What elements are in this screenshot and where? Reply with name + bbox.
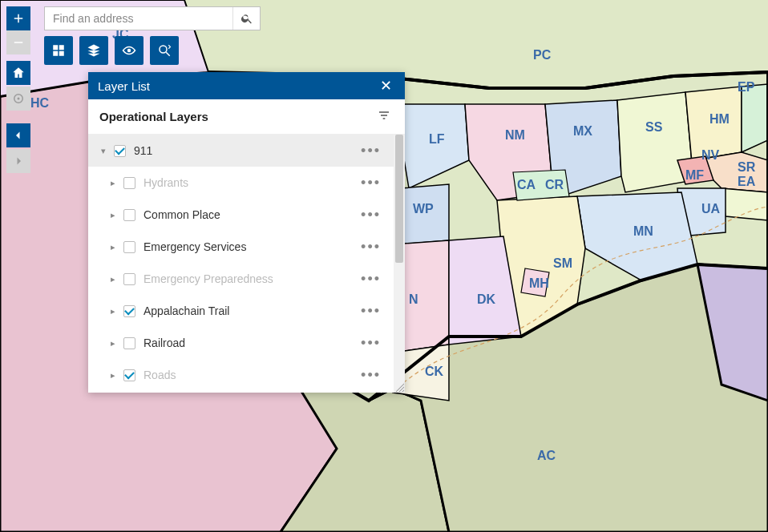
layer-visibility-checkbox[interactable] <box>114 145 126 157</box>
layer-label: 911 <box>134 144 358 157</box>
scrollbar-track[interactable] <box>394 135 405 393</box>
expand-caret-icon[interactable]: ▸ <box>107 338 119 349</box>
layer-scroll: ▾911•••▸Hydrants•••▸Common Place•••▸Emer… <box>88 135 405 393</box>
query-button[interactable] <box>150 36 179 65</box>
layer-visibility-checkbox[interactable] <box>123 305 135 317</box>
basemap-gallery-button[interactable] <box>44 36 73 65</box>
layer-visibility-checkbox[interactable] <box>123 241 135 253</box>
layer-actions-button[interactable]: ••• <box>358 143 384 159</box>
layer-actions-button[interactable]: ••• <box>358 335 384 352</box>
layer-list-button[interactable] <box>79 36 108 65</box>
layer-visibility-checkbox[interactable] <box>123 209 135 221</box>
next-extent-button[interactable] <box>6 149 30 173</box>
expand-caret-icon[interactable]: ▸ <box>107 370 119 381</box>
previous-extent-button[interactable] <box>6 123 30 147</box>
layer-visibility-checkbox[interactable] <box>123 337 135 349</box>
layer-label: Common Place <box>143 208 358 221</box>
tool-row <box>44 36 179 65</box>
layer-label: Appalachain Trail <box>143 304 358 317</box>
layer-visibility-checkbox[interactable] <box>123 369 135 381</box>
layer-options-button[interactable] <box>374 106 394 127</box>
expand-caret-icon[interactable]: ▸ <box>107 178 119 188</box>
expand-caret-icon[interactable]: ▸ <box>107 210 119 220</box>
layer-item-row[interactable]: ▸Emergency Preparedness••• <box>88 263 394 295</box>
layer-item-row[interactable]: ▸Railroad••• <box>88 327 394 359</box>
measure-button[interactable] <box>115 36 143 65</box>
layer-actions-button[interactable]: ••• <box>358 175 384 191</box>
layer-actions-button[interactable]: ••• <box>358 207 384 224</box>
panel-resize-handle[interactable] <box>394 381 405 393</box>
panel-header[interactable]: Layer List ✕ <box>88 72 405 99</box>
collapse-caret-icon[interactable]: ▾ <box>98 146 109 156</box>
layer-actions-button[interactable]: ••• <box>358 239 384 256</box>
layer-group-row[interactable]: ▾911••• <box>88 135 394 167</box>
search-input[interactable] <box>45 7 232 30</box>
search-submit-button[interactable] <box>232 7 260 30</box>
svg-point-2 <box>127 49 131 53</box>
panel-title: Layer List <box>98 79 150 93</box>
panel-subtitle: Operational Layers <box>99 110 208 123</box>
zoom-in-button[interactable] <box>6 6 30 30</box>
extent-controls <box>6 123 30 175</box>
layer-label: Roads <box>143 369 358 381</box>
layer-label: Railroad <box>143 337 358 349</box>
home-locate-controls <box>6 61 30 112</box>
zoom-controls <box>6 6 30 54</box>
expand-caret-icon[interactable]: ▸ <box>107 274 119 284</box>
home-button[interactable] <box>6 61 30 85</box>
layer-item-row[interactable]: ▸Roads••• <box>88 359 394 391</box>
layer-list-panel: Layer List ✕ Operational Layers ▾911•••▸… <box>88 72 405 393</box>
layer-item-row[interactable]: ▸Hydrants••• <box>88 167 394 199</box>
layer-actions-button[interactable]: ••• <box>358 367 384 384</box>
locate-button[interactable] <box>6 87 30 111</box>
map-viewport[interactable]: JCHCPCEPLFNMMXSSHMNVSRMFEACACRUAWPMNSMMH… <box>0 0 768 532</box>
layer-actions-button[interactable]: ••• <box>358 303 384 320</box>
svg-point-3 <box>160 46 167 53</box>
scrollbar-thumb[interactable] <box>395 135 403 263</box>
layer-label: Hydrants <box>143 176 358 189</box>
layer-visibility-checkbox[interactable] <box>123 273 135 285</box>
expand-caret-icon[interactable]: ▸ <box>107 306 119 316</box>
layer-actions-button[interactable]: ••• <box>358 271 384 288</box>
panel-close-button[interactable]: ✕ <box>377 77 395 95</box>
layer-item-row[interactable]: ▸Emergency Services••• <box>88 231 394 263</box>
svg-point-1 <box>18 98 20 100</box>
layer-item-row[interactable]: ▸Common Place••• <box>88 199 394 231</box>
panel-subheader: Operational Layers <box>88 99 405 135</box>
layer-label: Emergency Services <box>143 240 358 253</box>
zoom-out-button[interactable] <box>6 30 30 54</box>
search-bar <box>44 6 261 30</box>
layer-visibility-checkbox[interactable] <box>123 177 135 189</box>
layer-item-row[interactable]: ▸Appalachain Trail••• <box>88 295 394 327</box>
expand-caret-icon[interactable]: ▸ <box>107 242 119 252</box>
layer-label: Emergency Preparedness <box>143 272 358 285</box>
